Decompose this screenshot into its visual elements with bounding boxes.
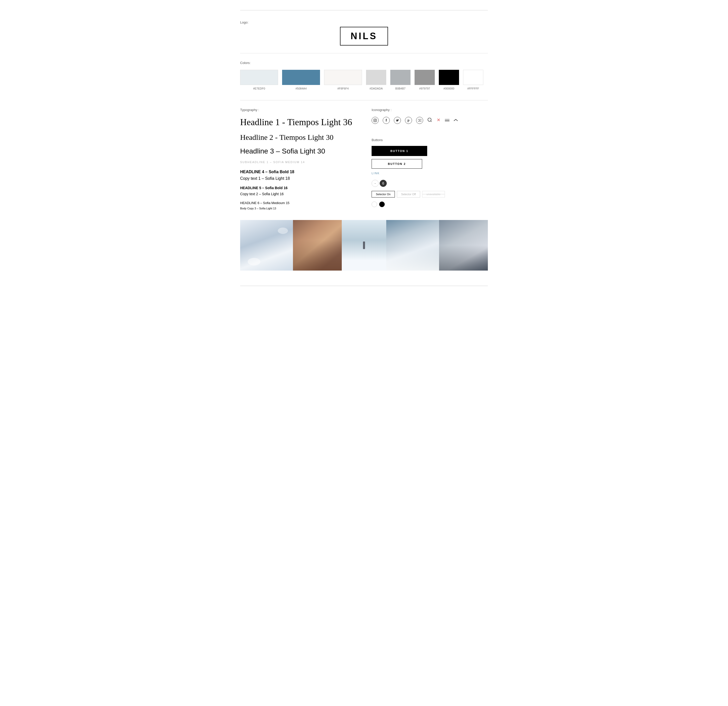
youtube-icon[interactable] (416, 117, 423, 124)
color-item-2: #5084A4 (282, 70, 320, 90)
headline-5: HEADLINE 5 – Sofia Bold 16 (240, 186, 357, 190)
twitter-icon[interactable] (394, 117, 401, 124)
headline-2: Headline 2 - Tiempos Light 30 (240, 133, 357, 142)
color-label-5: B0B4B7 (395, 87, 406, 90)
social-icons-row: f p (371, 117, 488, 124)
iconography-label: Iconography : (371, 108, 488, 112)
close-icon[interactable] (436, 117, 441, 123)
svg-point-2 (376, 119, 376, 120)
swatch-dadada (366, 70, 386, 85)
body-copy-3: Body Copy 3 – Sofia Light 13 (240, 207, 357, 210)
color-label-7: #000000 (443, 87, 455, 90)
selector-off-button[interactable]: Selector Off (397, 191, 420, 197)
color-item-1: #E7EDF0 (240, 70, 278, 90)
logo: NILS (340, 27, 388, 45)
colors-divider (240, 100, 488, 100)
headline-1: Headline 1 - Tiempos Light 36 (240, 117, 357, 128)
swatch-ffffff (463, 70, 483, 85)
button-2[interactable]: BUTTON 2 (371, 159, 422, 169)
copy-text-1: Copy text 1 – Sofia Light 18 (240, 176, 357, 181)
typography-label: Typography : (240, 108, 357, 112)
color-item-4: #DADADA (366, 70, 386, 90)
main-columns: Typography : Headline 1 - Tiempos Light … (240, 108, 488, 210)
logo-divider (240, 53, 488, 54)
buttons-label: Buttons (371, 138, 488, 142)
steppers-row: - 6 (371, 180, 488, 187)
page-wrapper: Logo: NILS Colors: #E7EDF0 #5084A4 #F8F6… (225, 0, 503, 296)
swatch-979797 (415, 70, 435, 85)
color-dot-black[interactable] (379, 201, 385, 207)
color-label-2: #5084A4 (296, 87, 307, 90)
right-column: Iconography : f (371, 108, 488, 210)
chevron-up-icon[interactable] (454, 118, 458, 123)
color-item-3: #F8F6F4 (324, 70, 362, 90)
swatch-f8f6f4 (324, 70, 362, 85)
link-button[interactable]: LINK (371, 172, 488, 175)
svg-marker-4 (419, 120, 420, 121)
color-item-7: #000000 (439, 70, 459, 90)
image-interior (293, 220, 342, 271)
color-item-8: #FFFFFF (463, 70, 483, 90)
headline-4: HEADLINE 4 – Sofia Bold 18 (240, 170, 357, 174)
colors-row: #E7EDF0 #5084A4 #F8F6F4 #DADADA B0B4B7 #… (240, 70, 488, 90)
swatch-e7edf0 (240, 70, 278, 85)
swatch-000000 (439, 70, 459, 85)
selector-unavailable-button: unavailable (422, 191, 445, 197)
color-dot-white[interactable] (371, 201, 377, 207)
stepper-minus[interactable]: - (371, 180, 378, 187)
stepper-value[interactable]: 6 (380, 180, 387, 187)
instagram-icon[interactable] (371, 117, 378, 124)
logo-label: Logo: (240, 20, 488, 24)
image-skier (342, 220, 387, 271)
svg-line-6 (431, 121, 432, 122)
headline-6: HEADLINE 6 – Sofia Medioum 15 (240, 201, 357, 205)
logo-container: NILS (240, 27, 488, 45)
colors-label: Colors: (240, 61, 488, 65)
facebook-icon[interactable]: f (383, 117, 390, 124)
image-snow-action (240, 220, 293, 271)
copy-text-2: Copy text 2 – Sofia Light 16 (240, 192, 357, 196)
color-label-1: #E7EDF0 (253, 87, 265, 90)
svg-point-5 (428, 118, 431, 121)
color-label-4: #DADADA (370, 87, 383, 90)
colors-section: Colors: #E7EDF0 #5084A4 #F8F6F4 #DADADA … (240, 61, 488, 90)
subheadline-1: SUBHEADLINE 1 – Sofia Medium 14 (240, 161, 357, 163)
color-item-5: B0B4B7 (390, 70, 410, 90)
top-divider (240, 10, 488, 10)
image-mountains (386, 220, 439, 271)
menu-lines-icon[interactable] (445, 119, 449, 122)
typography-section: Typography : Headline 1 - Tiempos Light … (240, 108, 357, 210)
search-icon[interactable] (427, 117, 432, 124)
selector-on-button[interactable]: Selector On (371, 191, 395, 197)
image-group (439, 220, 488, 271)
color-label-3: #F8F6F4 (338, 87, 349, 90)
swatch-b0b4b7 (390, 70, 410, 85)
color-item-6: #979797 (415, 70, 435, 90)
color-label-6: #979797 (419, 87, 430, 90)
selectors-row: Selector On Selector Off unavailable (371, 191, 488, 197)
bottom-divider (240, 286, 488, 286)
color-label-8: #FFFFFF (467, 87, 479, 90)
svg-point-1 (374, 120, 376, 121)
images-section (240, 220, 488, 271)
pinterest-icon[interactable]: p (405, 117, 412, 124)
logo-section: Logo: NILS (240, 20, 488, 45)
svg-rect-0 (374, 119, 377, 122)
color-dots-row (371, 201, 488, 207)
button-1[interactable]: BUTTON 1 (371, 146, 427, 156)
headline-3: Headline 3 – Sofia Light 30 (240, 147, 357, 156)
swatch-5084a4 (282, 70, 320, 85)
